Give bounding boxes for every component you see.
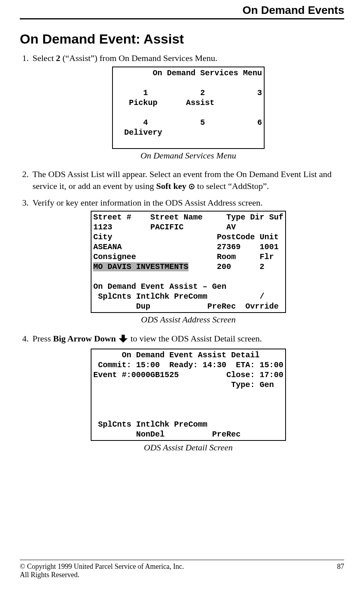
- step-4: Press Big Arrow Down to view the ODS Ass…: [31, 333, 344, 453]
- step-4-key: Big Arrow Down: [53, 334, 116, 343]
- s2-l2: 1123 PACIFIC AV: [93, 223, 236, 232]
- page-footer: © Copyright 1999 United Parcel Service o…: [20, 560, 344, 579]
- s2-l3: City PostCode Unit: [93, 233, 278, 242]
- header-rule: [20, 18, 344, 19]
- caption-1: On Demand Services Menu: [32, 150, 344, 162]
- step-3-text: Verify or key enter information in the O…: [32, 198, 263, 208]
- step-4-text-a: Press: [32, 334, 53, 343]
- copyright-line-2: All Rights Reserved.: [20, 571, 184, 579]
- s1-l1: On Demand Services Menu: [114, 69, 262, 78]
- softkey-dot-icon: [189, 181, 195, 193]
- step-2: The ODS Assist List will appear. Select …: [31, 168, 344, 193]
- step-1: Select 2 (“Assist”) from On Demand Servi…: [31, 52, 344, 161]
- caption-3: ODS Assist Detail Screen: [32, 442, 344, 454]
- s2-l1: Street # Street Name Type Dir Suf: [93, 213, 283, 222]
- step-2-softkey: Soft key: [156, 181, 186, 191]
- step-2-text-c: to select “AddStop”.: [197, 181, 269, 191]
- s2-hl: MO DAVIS INVESTMENTS: [93, 262, 188, 271]
- s2-l6b: 200 2: [189, 262, 265, 271]
- s1-l4: Pickup Assist: [114, 98, 214, 107]
- s2-l5: Consignee Room Flr: [93, 252, 274, 261]
- copyright-line-1: © Copyright 1999 United Parcel Service o…: [20, 562, 184, 571]
- s3-l8: SplCnts IntlChk PreComm: [93, 420, 207, 429]
- s3-l2: Commit: 15:00 Ready: 14:30 ETA: 15:00: [93, 360, 283, 370]
- page-title: On Demand Event: Assist: [20, 31, 344, 47]
- s1-l3: 1 2 3: [114, 88, 262, 97]
- s3-l4: Type: Gen: [93, 380, 274, 389]
- caption-2: ODS Assist Address Screen: [32, 314, 344, 326]
- running-header: On Demand Events: [20, 0, 344, 17]
- page-number: 87: [337, 562, 344, 571]
- big-arrow-down-icon: [118, 334, 128, 346]
- footer-rule: [20, 560, 344, 560]
- screen-services-menu: On Demand Services Menu 1 2 3 Pickup Ass…: [112, 67, 264, 149]
- step-1-text-a: Select: [32, 53, 56, 63]
- s3-l3: Event #:0000GB1525 Close: 17:00: [93, 370, 283, 379]
- s2-l9: SplCnts IntlChk PreComm /: [93, 292, 264, 301]
- svg-point-1: [191, 186, 192, 187]
- step-3: Verify or key enter information in the O…: [31, 197, 344, 326]
- steps-list: Select 2 (“Assist”) from On Demand Servi…: [20, 52, 344, 454]
- s2-l8: On Demand Event Assist – Gen: [93, 282, 226, 291]
- screen-detail: On Demand Event Assist Detail Commit: 15…: [91, 349, 286, 441]
- s2-l10: Dup PreRec Ovrride: [93, 302, 278, 311]
- s3-l9: NonDel PreRec: [93, 430, 240, 439]
- screen-address: Street # Street Name Type Dir Suf 1123 P…: [91, 211, 286, 313]
- s3-l1: On Demand Event Assist Detail: [93, 351, 259, 360]
- s1-l6: 4 5 6: [114, 118, 262, 127]
- s2-l4: ASEANA 27369 1001: [93, 242, 278, 252]
- step-1-text-c: (“Assist”) from On Demand Services Menu.: [60, 53, 217, 63]
- s1-l7: Delivery: [114, 128, 162, 137]
- step-4-text-c: to view the ODS Assist Detail screen.: [130, 334, 262, 343]
- step-1-key: 2: [56, 53, 60, 63]
